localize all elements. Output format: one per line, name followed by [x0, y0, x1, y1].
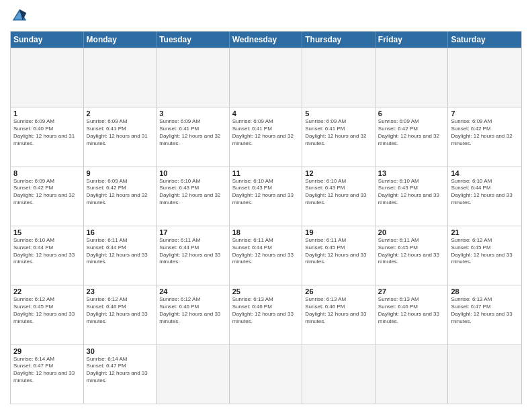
day-number: 13: [378, 169, 445, 177]
day-number: 3: [159, 109, 226, 118]
week-row-5: 29Sunrise: 6:14 AM Sunset: 6:47 PM Dayli…: [11, 345, 521, 404]
cal-cell: 27Sunrise: 6:13 AM Sunset: 6:46 PM Dayli…: [375, 285, 449, 344]
week-row-1: 1Sunrise: 6:09 AM Sunset: 6:40 PM Daylig…: [11, 107, 521, 166]
cell-text: Sunrise: 6:10 AM Sunset: 6:44 PM Dayligh…: [451, 178, 519, 207]
cell-text: Sunrise: 6:10 AM Sunset: 6:43 PM Dayligh…: [232, 178, 300, 207]
header-day-saturday: Saturday: [448, 32, 521, 48]
header-day-tuesday: Tuesday: [157, 32, 230, 48]
header-day-friday: Friday: [375, 32, 449, 48]
cal-cell: 10Sunrise: 6:10 AM Sunset: 6:43 PM Dayli…: [157, 167, 230, 226]
calendar-header: SundayMondayTuesdayWednesdayThursdayFrid…: [11, 32, 521, 48]
day-number: 8: [13, 169, 81, 177]
cell-text: Sunrise: 6:12 AM Sunset: 6:46 PM Dayligh…: [159, 296, 226, 325]
cal-cell: [157, 345, 230, 404]
cal-cell: [302, 48, 375, 107]
cal-cell: [230, 345, 303, 404]
cal-cell: 22Sunrise: 6:12 AM Sunset: 6:45 PM Dayli…: [11, 285, 84, 344]
day-number: 4: [232, 109, 300, 118]
cal-cell: 1Sunrise: 6:09 AM Sunset: 6:40 PM Daylig…: [11, 107, 84, 166]
cell-text: Sunrise: 6:10 AM Sunset: 6:43 PM Dayligh…: [305, 178, 372, 207]
day-number: 18: [232, 228, 300, 236]
day-number: 30: [87, 347, 154, 355]
day-number: 27: [378, 287, 445, 295]
cal-cell: 24Sunrise: 6:12 AM Sunset: 6:46 PM Dayli…: [157, 285, 230, 344]
header: [10, 7, 522, 26]
cal-cell: 15Sunrise: 6:10 AM Sunset: 6:44 PM Dayli…: [11, 226, 84, 285]
cal-cell: 9Sunrise: 6:09 AM Sunset: 6:42 PM Daylig…: [84, 167, 157, 226]
cell-text: Sunrise: 6:10 AM Sunset: 6:43 PM Dayligh…: [378, 178, 445, 207]
cell-text: Sunrise: 6:11 AM Sunset: 6:45 PM Dayligh…: [305, 237, 372, 266]
day-number: 15: [13, 228, 81, 236]
cal-cell: 30Sunrise: 6:14 AM Sunset: 6:47 PM Dayli…: [84, 345, 157, 404]
cell-text: Sunrise: 6:12 AM Sunset: 6:45 PM Dayligh…: [451, 237, 519, 266]
cell-text: Sunrise: 6:13 AM Sunset: 6:46 PM Dayligh…: [378, 296, 445, 325]
cal-cell: [448, 345, 521, 404]
cell-text: Sunrise: 6:11 AM Sunset: 6:44 PM Dayligh…: [232, 237, 300, 266]
cal-cell: 19Sunrise: 6:11 AM Sunset: 6:45 PM Dayli…: [302, 226, 375, 285]
cell-text: Sunrise: 6:11 AM Sunset: 6:44 PM Dayligh…: [159, 237, 226, 266]
cell-text: Sunrise: 6:09 AM Sunset: 6:42 PM Dayligh…: [378, 118, 445, 147]
cell-text: Sunrise: 6:13 AM Sunset: 6:46 PM Dayligh…: [305, 296, 372, 325]
cell-text: Sunrise: 6:11 AM Sunset: 6:45 PM Dayligh…: [378, 237, 445, 266]
day-number: 23: [87, 287, 154, 295]
cal-cell: 20Sunrise: 6:11 AM Sunset: 6:45 PM Dayli…: [375, 226, 449, 285]
day-number: 22: [13, 287, 81, 295]
cal-cell: 2Sunrise: 6:09 AM Sunset: 6:41 PM Daylig…: [84, 107, 157, 166]
calendar-body: 1Sunrise: 6:09 AM Sunset: 6:40 PM Daylig…: [11, 48, 521, 404]
day-number: 26: [305, 287, 372, 295]
cal-cell: [157, 48, 230, 107]
calendar: SundayMondayTuesdayWednesdayThursdayFrid…: [10, 31, 522, 404]
cal-cell: 3Sunrise: 6:09 AM Sunset: 6:41 PM Daylig…: [157, 107, 230, 166]
week-row-0: [11, 48, 521, 107]
header-day-sunday: Sunday: [11, 32, 84, 48]
cal-cell: 16Sunrise: 6:11 AM Sunset: 6:44 PM Dayli…: [84, 226, 157, 285]
cell-text: Sunrise: 6:10 AM Sunset: 6:43 PM Dayligh…: [159, 178, 226, 207]
cell-text: Sunrise: 6:10 AM Sunset: 6:44 PM Dayligh…: [13, 237, 81, 266]
day-number: 6: [378, 109, 445, 118]
day-number: 5: [305, 109, 372, 118]
cell-text: Sunrise: 6:13 AM Sunset: 6:46 PM Dayligh…: [232, 296, 300, 325]
cal-cell: 6Sunrise: 6:09 AM Sunset: 6:42 PM Daylig…: [375, 107, 449, 166]
day-number: 29: [13, 347, 81, 355]
day-number: 17: [159, 228, 226, 236]
cell-text: Sunrise: 6:09 AM Sunset: 6:42 PM Dayligh…: [87, 178, 154, 207]
cell-text: Sunrise: 6:09 AM Sunset: 6:41 PM Dayligh…: [232, 118, 300, 147]
day-number: 14: [451, 169, 519, 177]
cal-cell: 4Sunrise: 6:09 AM Sunset: 6:41 PM Daylig…: [230, 107, 303, 166]
cal-cell: [375, 48, 449, 107]
cell-text: Sunrise: 6:09 AM Sunset: 6:41 PM Dayligh…: [305, 118, 372, 147]
cell-text: Sunrise: 6:09 AM Sunset: 6:42 PM Dayligh…: [13, 178, 81, 207]
day-number: 28: [451, 287, 519, 295]
day-number: 16: [87, 228, 154, 236]
day-number: 19: [305, 228, 372, 236]
cal-cell: 26Sunrise: 6:13 AM Sunset: 6:46 PM Dayli…: [302, 285, 375, 344]
cell-text: Sunrise: 6:13 AM Sunset: 6:47 PM Dayligh…: [451, 296, 519, 325]
cal-cell: [375, 345, 449, 404]
cell-text: Sunrise: 6:11 AM Sunset: 6:44 PM Dayligh…: [87, 237, 154, 266]
cell-text: Sunrise: 6:12 AM Sunset: 6:45 PM Dayligh…: [13, 296, 81, 325]
logo-icon: [10, 7, 29, 26]
cell-text: Sunrise: 6:14 AM Sunset: 6:47 PM Dayligh…: [13, 356, 81, 385]
cal-cell: 28Sunrise: 6:13 AM Sunset: 6:47 PM Dayli…: [448, 285, 521, 344]
cal-cell: 23Sunrise: 6:12 AM Sunset: 6:46 PM Dayli…: [84, 285, 157, 344]
day-number: 21: [451, 228, 519, 236]
day-number: 20: [378, 228, 445, 236]
cell-text: Sunrise: 6:09 AM Sunset: 6:42 PM Dayligh…: [451, 118, 519, 147]
day-number: 25: [232, 287, 300, 295]
cal-cell: 11Sunrise: 6:10 AM Sunset: 6:43 PM Dayli…: [230, 167, 303, 226]
cell-text: Sunrise: 6:09 AM Sunset: 6:41 PM Dayligh…: [159, 118, 226, 147]
cal-cell: 21Sunrise: 6:12 AM Sunset: 6:45 PM Dayli…: [448, 226, 521, 285]
cal-cell: 18Sunrise: 6:11 AM Sunset: 6:44 PM Dayli…: [230, 226, 303, 285]
cal-cell: 8Sunrise: 6:09 AM Sunset: 6:42 PM Daylig…: [11, 167, 84, 226]
day-number: 2: [87, 109, 154, 118]
cal-cell: 13Sunrise: 6:10 AM Sunset: 6:43 PM Dayli…: [375, 167, 449, 226]
cal-cell: [448, 48, 521, 107]
cal-cell: [84, 48, 157, 107]
day-number: 12: [305, 169, 372, 177]
cell-text: Sunrise: 6:14 AM Sunset: 6:47 PM Dayligh…: [87, 356, 154, 385]
logo: [10, 7, 32, 26]
cal-cell: 12Sunrise: 6:10 AM Sunset: 6:43 PM Dayli…: [302, 167, 375, 226]
day-number: 10: [159, 169, 226, 177]
header-day-wednesday: Wednesday: [230, 32, 303, 48]
cal-cell: [230, 48, 303, 107]
